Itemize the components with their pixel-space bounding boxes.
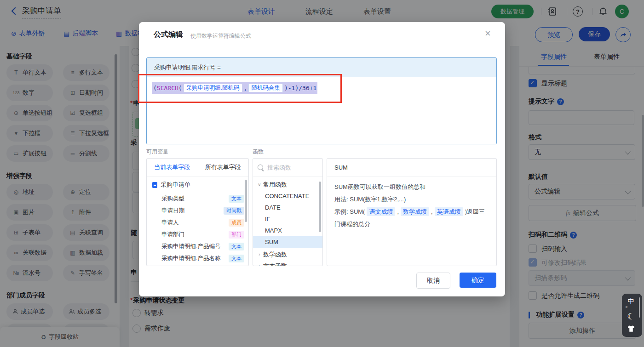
app: 采购申请单 表单设计 流程设定 表单设置 数据管理 ? C ⊘ 表单外链 ▤ 后… xyxy=(0,0,644,347)
type-badge: 成员 xyxy=(229,219,244,227)
variables-label: 可用变量 xyxy=(146,148,168,156)
variable-row[interactable]: 申请部门部门 xyxy=(161,228,244,240)
tab-current-form-fields[interactable]: 当前表单字段 xyxy=(147,159,198,176)
function-group-text[interactable]: ›文本函数 xyxy=(253,260,322,266)
form-node[interactable]: 采购申请单 xyxy=(152,181,190,189)
function-item[interactable]: MAPX xyxy=(253,225,322,236)
theme-shirt-icon[interactable] xyxy=(627,325,635,334)
variables-tabs: 当前表单字段 所有表单字段 xyxy=(147,159,248,176)
variables-scrollbar[interactable] xyxy=(245,180,247,222)
function-group-common[interactable]: ∨常用函数 xyxy=(253,179,322,190)
type-badge: 文本 xyxy=(229,255,244,262)
dark-mode-icon[interactable] xyxy=(622,311,640,322)
function-item[interactable]: DATE xyxy=(253,202,322,213)
close-icon[interactable]: × xyxy=(485,28,491,40)
variable-row[interactable]: 申请人成员 xyxy=(161,216,244,228)
chevron-right-icon: › xyxy=(256,252,263,257)
functions-label: 函数 xyxy=(253,148,264,156)
floating-toolbar: 中 º′ xyxy=(622,294,642,337)
variable-row[interactable]: 采购类型文本 xyxy=(161,193,244,205)
function-group-math[interactable]: ›数学函数 xyxy=(253,249,322,260)
type-badge: 文本 xyxy=(229,243,244,250)
example-field-chip: 语文成绩 xyxy=(367,207,395,216)
function-search xyxy=(253,159,322,176)
chevron-right-icon: › xyxy=(256,263,263,266)
variables-panel: 当前表单字段 所有表单字段 采购申请单 采购类型文本 申请日期时间戳 申请人成员… xyxy=(146,158,249,266)
variable-row[interactable]: 采购申请明细.产品名称文本 xyxy=(161,252,244,264)
chevron-down-icon: ∨ xyxy=(256,182,263,187)
example-field-chip: 数学成绩 xyxy=(401,207,429,216)
modal-title: 公式编辑 xyxy=(154,30,183,40)
document-icon xyxy=(152,182,157,188)
function-item[interactable]: CONCATENATE xyxy=(253,190,322,202)
confirm-button[interactable]: 确定 xyxy=(460,273,496,288)
usage-line: 用法: SUM(数字1,数字2,...) xyxy=(334,193,491,205)
function-item[interactable]: IF xyxy=(253,213,322,225)
annotation-highlight-box xyxy=(138,74,342,103)
function-item-selected[interactable]: SUM xyxy=(253,236,322,248)
cancel-button[interactable]: 取消 xyxy=(416,273,450,289)
tab-all-form-fields[interactable]: 所有表单字段 xyxy=(198,159,249,176)
formula-edit-modal: 公式编辑 使用数学运算符编辑公式 × 采购申请明细.需求行号 = (SEARCH… xyxy=(139,22,505,296)
functions-panel: ∨常用函数 CONCATENATE DATE IF MAPX SUM ›数学函数… xyxy=(253,158,323,266)
type-badge: 时间戳 xyxy=(224,207,244,215)
function-search-input[interactable] xyxy=(266,164,314,171)
example-line: 示例: SUM(语文成绩,数学成绩,英语成绩)返回三门课程的总分 xyxy=(334,205,491,230)
function-description: SUM函数可以获取一组数值的总和 用法: SUM(数字1,数字2,...) 示例… xyxy=(334,181,491,230)
language-toggle[interactable]: 中 xyxy=(622,297,640,306)
example-field-chip: 英语成绩 xyxy=(435,207,463,216)
widget-scrollbar xyxy=(639,297,640,318)
variable-row[interactable]: 申请日期时间戳 xyxy=(161,205,244,216)
type-badge: 文本 xyxy=(229,195,244,203)
variable-row[interactable]: 采购申请明细.产品编号文本 xyxy=(161,240,244,252)
modal-subtitle: 使用数学运算符编辑公式 xyxy=(190,32,251,40)
type-badge: 部门 xyxy=(229,231,244,239)
search-icon xyxy=(258,165,263,170)
functions-scrollbar[interactable] xyxy=(319,182,321,232)
function-description-panel: SUM SUM函数可以获取一组数值的总和 用法: SUM(数字1,数字2,...… xyxy=(327,158,497,266)
function-name: SUM xyxy=(327,159,496,176)
language-toggle-sub-icon: º′ xyxy=(626,306,627,310)
description-line: SUM函数可以获取一组数值的总和 xyxy=(334,181,491,193)
